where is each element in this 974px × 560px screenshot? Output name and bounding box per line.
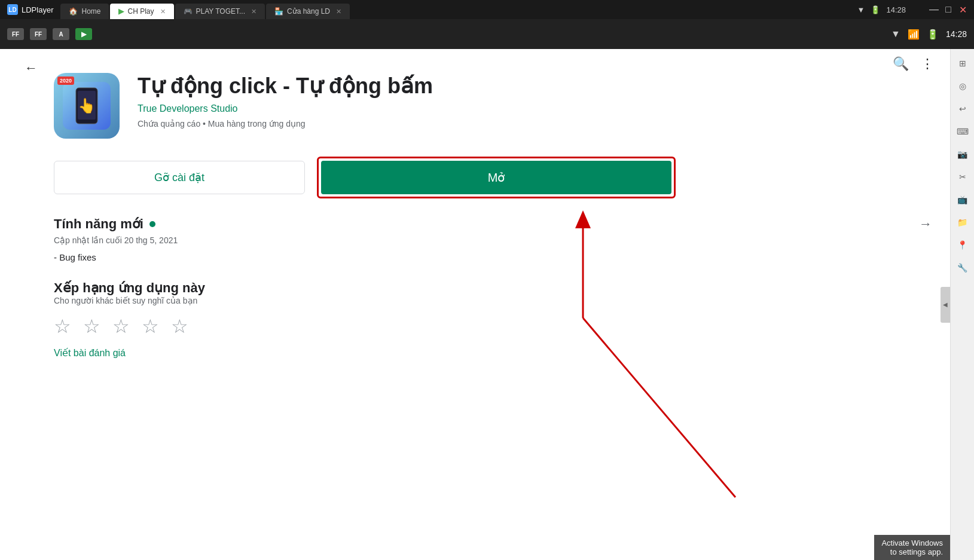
toolbar-time: 14:28 xyxy=(946,29,967,39)
back-area: ← xyxy=(12,49,50,93)
tab-cuahangld[interactable]: 🏪 Cửa hàng LD ✕ xyxy=(266,4,350,19)
toolbar: FF FF A ▶ ▼ 📶 🔋 14:28 xyxy=(0,19,974,49)
sidebar-icon-7[interactable]: 📺 xyxy=(953,190,972,209)
time-display: 14:28 xyxy=(886,5,906,14)
app-name: LDPlayer xyxy=(22,5,53,14)
star-5[interactable]: ☆ xyxy=(171,315,188,338)
new-dot-indicator xyxy=(149,221,155,227)
app-header: 2020 👆 xyxy=(18,61,932,157)
app-logo: LD LDPlayer xyxy=(0,4,60,15)
sidebar-icon-6[interactable]: ✂ xyxy=(953,167,972,186)
wifi-icon: ▼ xyxy=(857,5,865,14)
sidebar-icon-2[interactable]: ◎ xyxy=(953,76,972,96)
activate-windows-watermark: Activate Windows to settings app. xyxy=(874,535,950,560)
app-icon: 2020 👆 xyxy=(54,73,120,139)
tab-chplay[interactable]: ▶ CH Play ✕ xyxy=(110,4,173,19)
sidebar-icon-10[interactable]: 🔧 xyxy=(953,258,972,277)
network-icon: 📶 xyxy=(908,29,920,40)
tab-playtoget[interactable]: 🎮 PLAY TOGET... ✕ xyxy=(175,4,265,19)
top-right-icons: 🔍 ⋮ xyxy=(886,49,941,79)
chplay-tab-close[interactable]: ✕ xyxy=(160,8,166,16)
activate-windows-subtext: to settings app. xyxy=(881,547,943,556)
write-review-button[interactable]: Viết bài đánh giá xyxy=(54,347,932,359)
search-icon[interactable]: 🔍 xyxy=(893,56,909,72)
toolbar-ff2[interactable]: FF xyxy=(30,28,47,40)
tabs-bar: 🏠 Home ▶ CH Play ✕ 🎮 PLAY TOGET... ✕ 🏪 C… xyxy=(60,0,850,19)
sidebar-collapse-arrow[interactable]: ◀ xyxy=(941,287,950,323)
sidebar-icon-4[interactable]: ⌨ xyxy=(953,122,972,141)
app-meta: Chứa quảng cáo • Mua hàng trong ứng dụng xyxy=(138,119,932,128)
sidebar-icon-1[interactable]: ⊞ xyxy=(953,54,972,73)
svg-text:👆: 👆 xyxy=(78,97,96,114)
toolbar-play[interactable]: ▶ xyxy=(75,28,92,40)
battery-status-icon: 🔋 xyxy=(927,29,939,40)
app-info: Tự động click - Tự động bấm True Develop… xyxy=(138,73,932,128)
home-tab-icon: 🏠 xyxy=(69,7,78,16)
chplay-tab-label: CH Play xyxy=(127,7,154,16)
cuahangld-tab-label: Cửa hàng LD xyxy=(287,7,330,16)
sidebar-icon-5[interactable]: 📷 xyxy=(953,145,972,164)
tab-home[interactable]: 🏠 Home xyxy=(60,4,109,19)
close-button[interactable]: ✕ xyxy=(958,5,967,14)
minimize-button[interactable]: — xyxy=(930,5,938,14)
app-icon-container: 2020 👆 xyxy=(54,73,120,139)
star-3[interactable]: ☆ xyxy=(112,315,130,338)
whats-new-header: Tính năng mới → xyxy=(54,216,932,232)
open-button-container: Mở xyxy=(317,157,676,198)
rating-subtitle: Cho người khác biết suy nghĩ của bạn xyxy=(54,296,932,305)
playtoget-tab-icon: 🎮 xyxy=(184,7,193,16)
toolbar-a[interactable]: A xyxy=(53,28,69,40)
app-developer: True Developers Studio xyxy=(138,103,932,114)
playtoget-tab-close[interactable]: ✕ xyxy=(251,8,257,16)
app-icon-badge: 2020 xyxy=(57,76,74,85)
right-sidebar: ⊞ ◎ ↩ ⌨ 📷 ✂ 📺 📁 📍 🔧 ◀ xyxy=(950,49,974,560)
uninstall-button[interactable]: Gỡ cài đặt xyxy=(54,161,305,194)
rating-title: Xếp hạng ứng dụng này xyxy=(54,280,932,296)
star-4[interactable]: ☆ xyxy=(142,315,159,338)
battery-icon: 🔋 xyxy=(871,5,880,14)
home-tab-label: Home xyxy=(81,7,100,16)
star-2[interactable]: ☆ xyxy=(83,315,100,338)
whats-new-subtitle: Cập nhật lần cuối 20 thg 5, 2021 xyxy=(54,235,932,245)
toolbar-ff1[interactable]: FF xyxy=(7,28,24,40)
rating-section: Xếp hạng ứng dụng này Cho người khác biế… xyxy=(18,280,932,377)
playtoget-tab-label: PLAY TOGET... xyxy=(196,7,245,16)
action-buttons: Gỡ cài đặt Mở xyxy=(18,157,932,216)
whats-new-content: - Bug fixes xyxy=(54,252,932,262)
app-title: Tự động click - Tự động bấm xyxy=(138,73,932,99)
toolbar-right: ▼ 📶 🔋 14:28 xyxy=(891,29,967,40)
ld-icon: LD xyxy=(7,4,18,15)
star-1[interactable]: ☆ xyxy=(54,315,71,338)
whats-new-section: Tính năng mới → Cập nhật lần cuối 20 thg… xyxy=(18,216,932,280)
sidebar-icon-9[interactable]: 📍 xyxy=(953,235,972,255)
title-bar: LD LDPlayer 🏠 Home ▶ CH Play ✕ 🎮 PLAY TO… xyxy=(0,0,974,19)
activate-windows-text: Activate Windows xyxy=(881,538,943,547)
chplay-tab-icon: ▶ xyxy=(118,7,124,16)
whats-new-arrow[interactable]: → xyxy=(919,216,932,232)
sidebar-icon-3[interactable]: ↩ xyxy=(953,99,972,118)
section-title-row: Tính năng mới xyxy=(54,216,155,232)
wifi-status-icon: ▼ xyxy=(891,29,900,39)
window-controls: ▼ 🔋 14:28 — □ ✕ xyxy=(850,5,974,14)
back-button[interactable]: ← xyxy=(19,56,43,80)
cuahangld-tab-close[interactable]: ✕ xyxy=(336,8,341,16)
stars-row: ☆ ☆ ☆ ☆ ☆ xyxy=(54,315,932,338)
open-button[interactable]: Mở xyxy=(321,161,671,194)
cuahangld-tab-icon: 🏪 xyxy=(274,7,283,16)
whats-new-title: Tính năng mới xyxy=(54,216,143,232)
maximize-button[interactable]: □ xyxy=(944,5,952,14)
sidebar-icon-8[interactable]: 📁 xyxy=(953,213,972,232)
more-icon[interactable]: ⋮ xyxy=(921,56,934,72)
main-content: 2020 👆 xyxy=(0,49,950,560)
app-icon-svg: 👆 xyxy=(63,82,111,130)
